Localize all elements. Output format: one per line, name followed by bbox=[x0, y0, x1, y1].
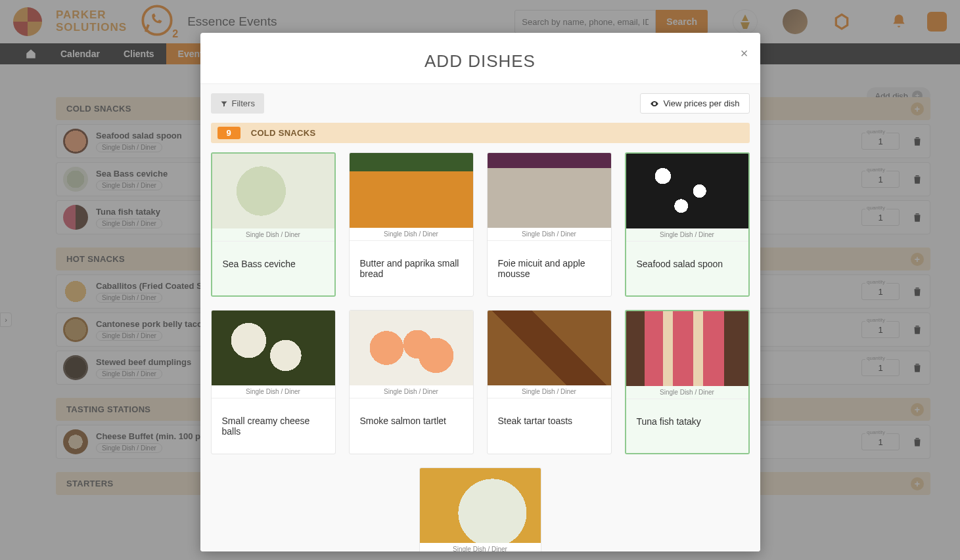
dish-card-image bbox=[350, 311, 473, 385]
dish-card-type: Single Dish / Diner bbox=[212, 228, 334, 242]
dish-card-name: Steak tartar toasts bbox=[488, 398, 611, 454]
modal-title: ADD DISHES bbox=[214, 51, 747, 72]
dish-card-name: Small creamy cheese balls bbox=[212, 398, 335, 454]
dish-card-name: Tuna fish tataky bbox=[626, 399, 748, 453]
dish-card-image bbox=[212, 311, 335, 385]
modal-category-count: 9 bbox=[217, 127, 240, 139]
dish-card-name: Sea Bass ceviche bbox=[212, 242, 334, 295]
dish-card-image bbox=[420, 468, 541, 543]
dish-card-type: Single Dish / Diner bbox=[488, 228, 611, 241]
modal-header: ADD DISHES × bbox=[200, 33, 760, 84]
dish-card-image bbox=[488, 311, 611, 385]
dish-card-type: Single Dish / Diner bbox=[212, 385, 335, 398]
dish-card-type: Single Dish / Diner bbox=[626, 228, 748, 242]
dish-card[interactable]: Single Dish / DinerSea Bass ceviche bbox=[211, 152, 336, 297]
dish-card-type: Single Dish / Diner bbox=[626, 386, 748, 399]
dish-cards-grid: Single Dish / DinerSea Bass cevicheSingl… bbox=[211, 152, 750, 454]
dish-card[interactable]: Single Dish / DinerTuna fish tataky bbox=[625, 310, 750, 454]
dish-card-type: Single Dish / Diner bbox=[420, 543, 541, 551]
modal-body: 9 COLD SNACKS Single Dish / DinerSea Bas… bbox=[200, 123, 760, 551]
dish-cards-grid-tail: Single Dish / Diner bbox=[211, 467, 750, 551]
dish-card[interactable]: Single Dish / DinerFoie micuit and apple… bbox=[487, 152, 612, 297]
dish-card-type: Single Dish / Diner bbox=[350, 385, 473, 398]
dish-card[interactable]: Single Dish / DinerSteak tartar toasts bbox=[487, 310, 612, 454]
dish-card[interactable]: Single Dish / DinerSmall creamy cheese b… bbox=[211, 310, 336, 454]
dish-card-type: Single Dish / Diner bbox=[350, 228, 473, 241]
eye-icon bbox=[650, 99, 659, 108]
dish-card-name: Smoke salmon tartlet bbox=[350, 398, 473, 454]
dish-card[interactable]: Single Dish / DinerSeafood salad spoon bbox=[625, 152, 750, 297]
dish-card-image bbox=[212, 154, 334, 228]
dish-card[interactable]: Single Dish / DinerButter and paprika sm… bbox=[349, 152, 474, 297]
dish-card-image bbox=[626, 154, 748, 228]
dish-card-name: Seafood salad spoon bbox=[626, 242, 748, 295]
dish-card[interactable]: Single Dish / DinerSmoke salmon tartlet bbox=[349, 310, 474, 454]
view-prices-button[interactable]: View prices per dish bbox=[640, 93, 749, 114]
filters-label: Filters bbox=[232, 98, 255, 108]
dish-card-image bbox=[626, 311, 748, 386]
dish-card-type: Single Dish / Diner bbox=[488, 385, 611, 398]
dish-card-image bbox=[350, 153, 473, 228]
add-dishes-modal: ADD DISHES × Filters View prices per dis… bbox=[200, 33, 760, 551]
filters-button[interactable]: Filters bbox=[211, 93, 264, 114]
close-icon[interactable]: × bbox=[741, 46, 748, 61]
dish-card-name: Butter and paprika small bread bbox=[350, 241, 473, 296]
modal-category-bar: 9 COLD SNACKS bbox=[211, 123, 750, 143]
view-prices-label: View prices per dish bbox=[663, 98, 739, 108]
dish-card-name: Foie micuit and apple mousse bbox=[488, 241, 611, 296]
modal-category-label: COLD SNACKS bbox=[251, 128, 316, 138]
modal-toolbar: Filters View prices per dish bbox=[200, 84, 760, 123]
dish-card[interactable]: Single Dish / Diner bbox=[419, 467, 541, 551]
dish-card-image bbox=[488, 153, 611, 228]
filter-icon bbox=[220, 100, 228, 108]
